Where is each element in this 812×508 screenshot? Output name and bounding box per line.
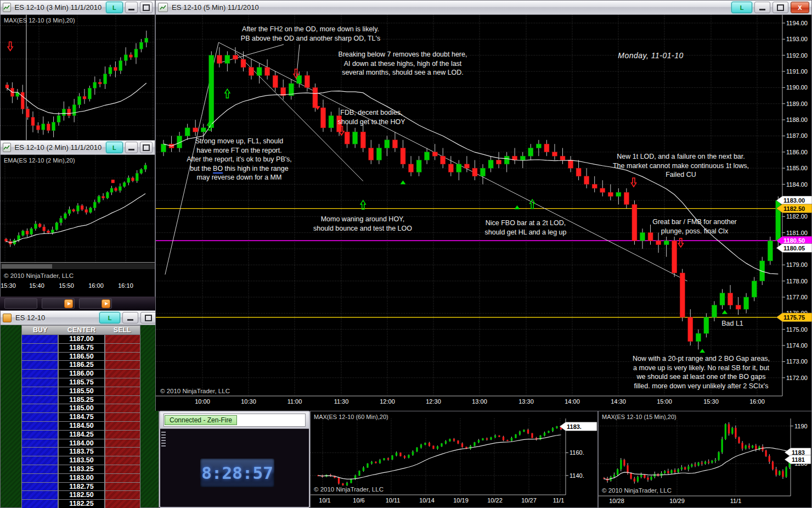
dom-sell-cell[interactable] (105, 361, 140, 370)
minimize-button[interactable] (125, 142, 138, 153)
dom-buy-cell[interactable] (21, 465, 58, 474)
dom-buy-cell[interactable] (21, 404, 58, 413)
dom-buy-cell[interactable] (21, 431, 58, 439)
dom-sell-cell[interactable] (105, 474, 140, 483)
maximize-button[interactable] (140, 142, 153, 153)
price-axis-label: 1189.00 (786, 101, 808, 107)
link-button[interactable]: L (99, 312, 120, 323)
dom-price-cell: 1185.75 (58, 378, 105, 387)
chart-canvas-main[interactable]: 1194.001193.001192.001191.001190.001189.… (156, 15, 812, 411)
dom-buy-cell[interactable] (21, 353, 58, 361)
dom-sell-cell[interactable] (105, 396, 140, 405)
titlebar-dom[interactable]: ES 12-10 L (1, 311, 159, 325)
dom-sell-cell[interactable] (105, 370, 140, 378)
dom-price-row: 1182.50 (21, 491, 140, 500)
price-axis-label: 1190 (794, 423, 808, 429)
time-axis-label: 15:50 (59, 282, 74, 289)
dom-sell-cell[interactable] (105, 448, 140, 456)
dom-price-row: 1185.50 (21, 387, 140, 396)
titlebar-main[interactable]: ES 12-10 (5 Min) 11/1/2010 L X (156, 1, 811, 15)
dom-header-center: CENTER (58, 326, 104, 334)
price-marker-label: 1180.50 (783, 237, 805, 244)
dom-price-cell: 1184.75 (58, 413, 105, 422)
dom-buy-cell[interactable] (21, 448, 58, 456)
dom-buy-cell[interactable] (21, 413, 58, 422)
maximize-button[interactable] (140, 312, 156, 323)
dom-sell-cell[interactable] (105, 465, 140, 474)
chart-canvas-15min[interactable]: 1190118010/2810/2911/111831181MAX(ES 12-… (599, 411, 811, 507)
time-axis-label: 14:30 (611, 398, 626, 405)
price-axis-label: 1186.00 (786, 149, 808, 155)
dom-buy-cell[interactable] (21, 456, 58, 465)
dom-buy-cell[interactable] (21, 500, 58, 508)
maximize-button[interactable] (772, 2, 788, 13)
price-axis-label: 1173.00 (786, 358, 808, 365)
dom-sell-cell[interactable] (105, 483, 140, 492)
price-axis-label: 1172.00 (786, 375, 808, 381)
minimize-button[interactable] (125, 2, 138, 13)
dom-buy-cell[interactable] (21, 396, 58, 405)
dom-buy-cell[interactable] (21, 335, 58, 344)
dom-buy-cell[interactable] (21, 474, 58, 483)
price-axis-label: 1192.00 (786, 52, 808, 59)
taskbar-thumbnail[interactable] (42, 298, 75, 309)
dom-price-cell: 1184.25 (58, 431, 105, 439)
dom-buy-cell[interactable] (21, 422, 58, 431)
dom-sell-cell[interactable] (105, 404, 140, 413)
dom-buy-cell[interactable] (21, 439, 58, 448)
minimize-button[interactable] (754, 2, 770, 13)
connection-status-badge: Connected - Zen-Fire (165, 415, 237, 425)
chart-canvas-3min[interactable]: MAX(ES 12-10 (3 Min),20) (1, 15, 155, 141)
price-marker-label: 1183. (567, 423, 582, 430)
chart-canvas-60min[interactable]: 1160.1140.10/110/610/1110/1410/1910/2210… (311, 411, 597, 507)
chart-canvas-2min[interactable]: 15:3015:4015:5016:0016:10EMA(ES 12-10 (2… (1, 155, 155, 297)
time-axis-label: 10/14 (419, 497, 435, 504)
dom-buy-cell[interactable] (21, 483, 58, 492)
link-button[interactable]: L (106, 2, 122, 13)
dom-sell-cell[interactable] (105, 491, 140, 500)
dom-buy-cell[interactable] (21, 370, 58, 378)
dom-body: BUY CENTER SELL 1187.001186.751186.50118… (1, 325, 159, 507)
price-axis-label: 1174.00 (786, 342, 808, 349)
dom-price-cell: 1185.25 (58, 396, 105, 405)
taskbar-thumbnail[interactable] (79, 298, 112, 309)
titlebar-2min[interactable]: ES 12-10 (2 Min) 11/1/2010 L (1, 141, 155, 155)
close-button[interactable]: X (791, 2, 809, 13)
taskbar-thumbnail[interactable] (4, 298, 37, 309)
dom-sell-cell[interactable] (105, 413, 140, 422)
dom-buy-cell[interactable] (21, 378, 58, 387)
dom-sell-cell[interactable] (105, 335, 140, 344)
dom-price-row: 1182.75 (21, 483, 140, 492)
indicator-label: MAX(ES 12-10 (15 Min),20) (602, 414, 676, 420)
dom-price-row: 1186.50 (21, 353, 140, 361)
dom-sell-cell[interactable] (105, 422, 140, 431)
dom-sell-cell[interactable] (105, 378, 140, 387)
window-title: ES 12-10 (2 Min) 11/1/2010 (15, 143, 102, 152)
dom-buy-cell[interactable] (21, 361, 58, 370)
dom-price-row: 1183.50 (21, 456, 140, 465)
minimize-button[interactable] (122, 312, 138, 323)
dom-sell-cell[interactable] (105, 387, 140, 396)
dom-buy-cell[interactable] (21, 344, 58, 353)
dom-sell-cell[interactable] (105, 500, 140, 508)
grip-handle[interactable] (161, 432, 166, 448)
play-icon (64, 299, 73, 308)
dom-sell-cell[interactable] (105, 439, 140, 448)
maximize-button[interactable] (140, 2, 153, 13)
dom-price-cell: 1184.50 (58, 422, 105, 431)
price-axis-label: 1185.00 (786, 165, 808, 171)
dom-price-row: 1185.75 (21, 378, 140, 387)
dom-sell-cell[interactable] (105, 456, 140, 465)
dom-price-row: 1185.00 (21, 404, 140, 413)
titlebar-3min[interactable]: ES 12-10 (3 Min) 11/1/2010 L (1, 1, 155, 15)
dom-sell-cell[interactable] (105, 431, 140, 439)
dom-sell-cell[interactable] (105, 344, 140, 353)
link-button[interactable]: L (106, 142, 122, 153)
dom-buy-cell[interactable] (21, 387, 58, 396)
clock-time: 8:28:57 (201, 463, 273, 483)
link-button[interactable]: L (731, 2, 752, 13)
dom-buy-cell[interactable] (21, 491, 58, 500)
time-axis-label: 11/1 (553, 497, 565, 504)
time-axis-label: 15:00 (657, 398, 672, 405)
dom-sell-cell[interactable] (105, 353, 140, 361)
